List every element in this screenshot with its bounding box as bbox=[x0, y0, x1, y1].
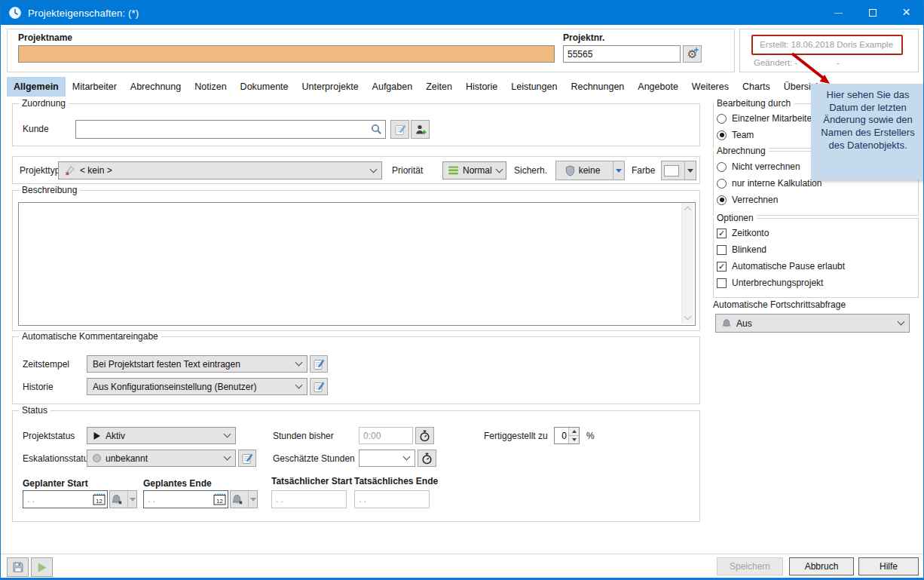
save-icon-button[interactable] bbox=[7, 557, 29, 577]
alarm-dropdown[interactable] bbox=[248, 491, 257, 508]
projekttyp-select[interactable]: < kein > bbox=[58, 161, 382, 180]
projektname-input[interactable] bbox=[18, 45, 555, 63]
tatsaechliches-ende-label: Tatsächliches Ende bbox=[354, 476, 438, 486]
beschreibung-scrollbar[interactable] bbox=[681, 203, 693, 324]
historie-edit-button[interactable] bbox=[310, 378, 328, 395]
geschaetzt-stopwatch-button[interactable] bbox=[418, 450, 436, 467]
eskalation-edit-button[interactable] bbox=[238, 450, 256, 467]
priority-icon bbox=[448, 166, 458, 175]
geplanter-start-alarm-button[interactable] bbox=[109, 490, 137, 508]
edit-icon bbox=[241, 453, 253, 465]
kunde-edit-button[interactable] bbox=[390, 120, 409, 139]
minimize-button[interactable] bbox=[822, 1, 855, 25]
minimize-icon bbox=[834, 13, 843, 14]
zeitstempel-edit-button[interactable] bbox=[310, 355, 328, 373]
tab-unterprojekte[interactable]: Unterprojekte bbox=[295, 77, 366, 97]
projektnr-input[interactable] bbox=[563, 45, 681, 63]
tab-allgemein[interactable]: Allgemein bbox=[7, 77, 66, 97]
zeitstempel-select[interactable]: Bei Projektstart festen Text eintragen bbox=[87, 355, 307, 373]
start-icon-button[interactable] bbox=[31, 557, 53, 577]
fortschrittsabfrage-group: Automatische Fortschrittsabfrage Aus bbox=[713, 301, 919, 339]
spin-up-icon bbox=[572, 430, 577, 433]
radio-icon bbox=[717, 162, 727, 172]
fertiggestellt-spinner[interactable] bbox=[554, 427, 580, 444]
prioritaet-select[interactable]: Normal bbox=[442, 161, 506, 180]
tab-mitarbeiter[interactable]: Mitarbeiter bbox=[66, 77, 124, 97]
chevron-down-icon bbox=[370, 165, 378, 173]
radio-team[interactable]: Team bbox=[717, 130, 754, 140]
kommentareingabe-legend: Automatische Kommentareingabe bbox=[19, 331, 161, 342]
farbe-dropdown[interactable] bbox=[684, 161, 696, 180]
spin-up-button[interactable] bbox=[569, 428, 579, 435]
checkbox-unterbrechungsprojekt[interactable]: Unterbrechungsprojekt bbox=[717, 278, 823, 288]
alarm-cancel-icon bbox=[231, 494, 243, 505]
geschaetzte-stunden-select[interactable] bbox=[359, 450, 415, 467]
historie-select[interactable]: Aus Konfigurationseinstellung (Benutzer) bbox=[87, 378, 307, 395]
tab-zeiten[interactable]: Zeiten bbox=[419, 77, 459, 97]
sicherheit-dropdown[interactable] bbox=[613, 161, 624, 180]
checkbox-blinkend[interactable]: Blinkend bbox=[717, 244, 766, 255]
sicherheit-split-button[interactable]: keine bbox=[555, 161, 625, 180]
changed-value: - bbox=[837, 58, 840, 67]
fertiggestellt-label: Fertiggestellt zu bbox=[484, 431, 548, 441]
calendar-icon[interactable]: 12 bbox=[213, 493, 226, 505]
hilfe-button[interactable]: Hilfe bbox=[858, 557, 919, 575]
checkbox-automatische-pause[interactable]: ✓ Automatische Pause erlaubt bbox=[717, 261, 845, 272]
tab-historie[interactable]: Historie bbox=[459, 77, 504, 97]
header-panel: Projektname Projektnr. ⚙ bbox=[7, 29, 735, 72]
kunde-add-button[interactable] bbox=[411, 120, 430, 139]
tatsaechlicher-start-input[interactable] bbox=[271, 490, 347, 508]
zuordnung-legend: Zuordnung bbox=[19, 98, 69, 109]
tab-weiteres[interactable]: Weiteres bbox=[685, 77, 736, 97]
tab-leistungen[interactable]: Leistungen bbox=[504, 77, 564, 97]
bearbeitung-legend: Bearbeitung durch bbox=[714, 98, 794, 109]
kunde-search-input[interactable] bbox=[75, 120, 386, 139]
abbruch-button[interactable]: Abbruch bbox=[789, 557, 854, 575]
eskalationsstatus-select[interactable]: unbekannt bbox=[87, 450, 236, 467]
checkbox-zeitkonto[interactable]: ✓ Zeitkonto bbox=[717, 228, 769, 238]
tab-bar: Allgemein Mitarbeiter Abrechnung Notizen… bbox=[7, 77, 831, 97]
tab-aufgaben[interactable]: Aufgaben bbox=[366, 77, 420, 97]
tab-abrechnung[interactable]: Abrechnung bbox=[124, 77, 188, 97]
radio-nur-interne-kalkulation[interactable]: nur interne Kalkulation bbox=[717, 178, 822, 189]
calendar-icon[interactable]: 12 bbox=[93, 493, 106, 505]
tab-notizen[interactable]: Notizen bbox=[188, 77, 233, 97]
projekttyp-label: Projekttyp bbox=[20, 165, 60, 176]
spin-down-button[interactable] bbox=[569, 435, 579, 443]
stunden-stopwatch-button[interactable] bbox=[415, 427, 434, 444]
fortschrittsabfrage-select[interactable]: Aus bbox=[715, 314, 910, 333]
stunden-bisher-input[interactable] bbox=[359, 427, 413, 444]
alarm-dropdown[interactable] bbox=[127, 491, 136, 508]
status-legend: Status bbox=[19, 405, 50, 416]
beschreibung-textarea[interactable] bbox=[18, 202, 696, 326]
footer-separator bbox=[1, 554, 923, 554]
tab-rechnungen[interactable]: Rechnungen bbox=[564, 77, 631, 97]
maximize-button[interactable] bbox=[855, 1, 889, 25]
geplantes-ende-alarm-button[interactable] bbox=[230, 490, 258, 508]
stunden-bisher-label: Stunden bisher bbox=[273, 431, 334, 441]
spin-down-icon bbox=[572, 438, 577, 441]
radio-einzelner-mitarbeiter[interactable]: Einzelner Mitarbeiter bbox=[717, 113, 815, 124]
title-bar: Projekteigenschaften: (*) × bbox=[1, 1, 923, 25]
farbe-split-button[interactable] bbox=[661, 161, 696, 180]
projektnr-settings-button[interactable]: ⚙ bbox=[683, 45, 702, 63]
close-button[interactable]: × bbox=[889, 1, 923, 25]
eskalationsstatus-value: unbekannt bbox=[106, 453, 148, 464]
speichern-button[interactable]: Speichern bbox=[717, 557, 783, 575]
changed-label: Geändert: - bbox=[754, 58, 797, 67]
tab-dokumente[interactable]: Dokumente bbox=[234, 77, 295, 97]
sparkle-icon bbox=[693, 47, 699, 53]
radio-nicht-verrechnen[interactable]: Nicht verrechnen bbox=[717, 161, 800, 172]
tab-angebote[interactable]: Angebote bbox=[631, 77, 685, 97]
fortschrittsabfrage-legend: Automatische Fortschrittsabfrage bbox=[713, 299, 846, 310]
fertiggestellt-input[interactable] bbox=[555, 428, 568, 443]
projektstatus-select[interactable]: Aktiv bbox=[87, 427, 236, 444]
alarm-cancel-icon bbox=[111, 494, 123, 505]
projektstatus-value: Aktiv bbox=[106, 431, 125, 441]
tab-charts[interactable]: Charts bbox=[736, 77, 777, 97]
stopwatch-icon bbox=[419, 430, 430, 442]
tatsaechliches-ende-input[interactable] bbox=[354, 490, 430, 508]
radio-verrechnen[interactable]: Verrechnen bbox=[717, 195, 778, 205]
stopwatch-icon bbox=[421, 453, 433, 465]
prioritaet-value: Normal bbox=[463, 165, 492, 176]
